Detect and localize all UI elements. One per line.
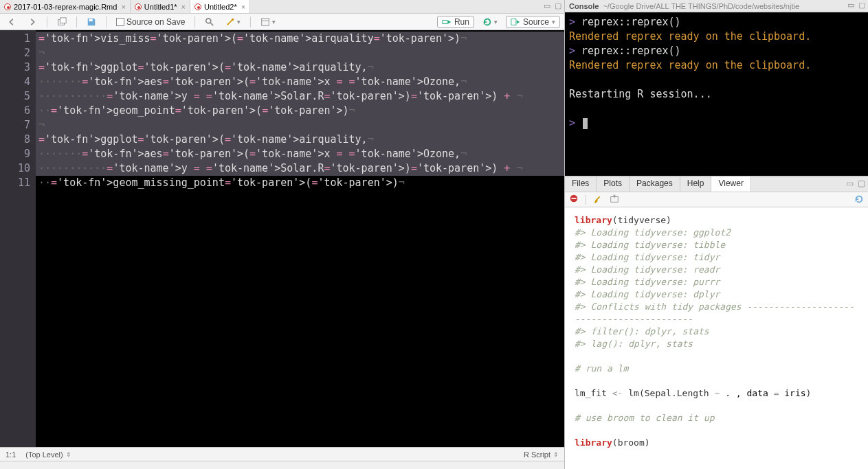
editor-tab[interactable]: 2017-01-03-reprex-magic.Rmd× xyxy=(0,0,131,13)
console-header: Console ~/Google Drive/ALL THE THINGS/Ph… xyxy=(565,0,868,12)
viewer-line: #> Loading tidyverse: ggplot2 xyxy=(575,227,858,239)
scope-selector[interactable]: (Top Level) ⇕ xyxy=(25,450,71,459)
viewer-line: ---------------------- xyxy=(575,313,858,325)
file-icon xyxy=(194,3,201,10)
viewer-line: # use broom to clean it up xyxy=(575,412,858,424)
svg-point-3 xyxy=(206,18,211,23)
find-icon[interactable] xyxy=(202,16,217,27)
back-icon[interactable] xyxy=(4,16,19,27)
viewer-pane[interactable]: library(tidyverse)#> Loading tidyverse: … xyxy=(565,207,868,469)
rerun-icon[interactable]: ▾ xyxy=(480,16,500,27)
code-line[interactable]: ¬ xyxy=(36,118,564,133)
code-editor[interactable]: 1234567891011 ='tok-fn'>vis_miss='tok-pa… xyxy=(0,30,564,447)
minimize-panel-icon[interactable]: ▭ xyxy=(846,179,854,188)
svg-line-4 xyxy=(210,22,213,25)
viewer-line: library(tidyverse) xyxy=(575,214,858,227)
maximize-pane-icon[interactable]: ▢ xyxy=(555,1,561,10)
svg-rect-12 xyxy=(572,198,577,199)
run-label: Run xyxy=(454,17,469,27)
console-line: Rendered reprex ready on the clipboard. xyxy=(569,58,864,73)
minimize-pane-icon[interactable]: ▭ xyxy=(544,1,550,10)
cursor-position: 1:1 xyxy=(5,450,16,459)
source-on-save-checkbox[interactable]: Source on Save xyxy=(113,16,188,27)
code-line[interactable]: ='tok-fn'>ggplot='tok-paren'>(='tok-name… xyxy=(36,60,564,75)
viewer-line xyxy=(575,375,858,387)
console-title: Console xyxy=(569,2,599,10)
close-icon[interactable]: × xyxy=(181,3,186,11)
console-path: ~/Google Drive/ALL THE THINGS/PhD/code/w… xyxy=(603,2,799,10)
viewer-line: # run a lm xyxy=(575,363,858,375)
editor-tab[interactable]: Untitled2*× xyxy=(190,0,250,13)
code-line[interactable]: ···········='tok-name'>y = ='tok-name'>S… xyxy=(36,161,564,176)
console-line: > reprex::reprex() xyxy=(569,15,864,30)
maximize-panel-icon[interactable]: ▢ xyxy=(858,179,865,188)
viewer-line: #> Loading tidyverse: readr xyxy=(575,264,858,276)
bottom-spacer xyxy=(0,461,564,469)
file-icon xyxy=(135,3,142,10)
save-icon[interactable] xyxy=(84,16,99,27)
code-line[interactable]: ··='tok-fn'>geom_point='tok-paren'>(='to… xyxy=(36,104,564,118)
console-line: Restarting R session... xyxy=(569,87,864,102)
viewer-line: library(broom) xyxy=(575,437,858,449)
code-line[interactable]: ··='tok-fn'>geom_missing_point='tok-pare… xyxy=(36,176,564,190)
viewer-line: lm_fit <- lm(Sepal.Length ~ . , data = i… xyxy=(575,387,858,400)
panel-tab-help[interactable]: Help xyxy=(680,176,712,192)
source-label: Source xyxy=(523,17,549,27)
viewer-line: #> Loading tidyverse: purrr xyxy=(575,276,858,288)
console-line: > reprex::reprex() xyxy=(569,44,864,58)
close-icon[interactable]: × xyxy=(121,3,125,11)
export-icon[interactable] xyxy=(610,194,619,205)
panel-tab-viewer[interactable]: Viewer xyxy=(711,176,750,192)
svg-rect-7 xyxy=(262,18,269,25)
code-line[interactable]: ·······='tok-fn'>aes='tok-paren'>(='tok-… xyxy=(36,147,564,161)
editor-status-bar: 1:1 (Top Level) ⇕ R Script ⇕ xyxy=(0,447,564,461)
panel-tab-plots[interactable]: Plots xyxy=(597,176,630,192)
source-button[interactable]: Source ▾ xyxy=(506,16,560,28)
notebook-icon[interactable]: ▾ xyxy=(258,16,278,27)
viewer-line xyxy=(575,400,858,412)
show-in-new-window-icon[interactable] xyxy=(54,16,69,27)
forward-icon[interactable] xyxy=(25,16,40,27)
viewer-line: #> Conflicts with tidy packages --------… xyxy=(575,301,858,313)
svg-rect-2 xyxy=(89,19,93,21)
wand-icon[interactable]: ▾ xyxy=(223,16,243,27)
viewer-line: #> filter(): dplyr, stats xyxy=(575,325,858,338)
minimize-console-icon[interactable]: ▭ xyxy=(847,1,854,10)
tab-label: Untitled1* xyxy=(144,3,177,11)
svg-rect-1 xyxy=(60,17,66,23)
refresh-icon[interactable] xyxy=(854,194,864,206)
viewer-line: #> Loading tidyverse: dplyr xyxy=(575,288,858,301)
viewer-line: #> Loading tidyverse: tidyr xyxy=(575,251,858,264)
language-selector[interactable]: R Script ⇕ xyxy=(524,450,559,459)
source-on-save-label: Source on Save xyxy=(126,17,185,27)
viewer-toolbar xyxy=(565,192,868,207)
editor-tab[interactable]: Untitled1*× xyxy=(131,0,190,13)
console-line xyxy=(569,73,864,87)
file-icon xyxy=(4,3,11,10)
code-line[interactable]: ·······='tok-fn'>aes='tok-paren'>(='tok-… xyxy=(36,75,564,89)
console-line: Rendered reprex ready on the clipboard. xyxy=(569,30,864,44)
panel-tab-files[interactable]: Files xyxy=(565,176,597,192)
close-icon[interactable]: × xyxy=(241,3,245,11)
code-line[interactable]: ¬ xyxy=(36,46,564,60)
viewer-line: #> Loading tidyverse: tibble xyxy=(575,239,858,251)
code-line[interactable]: ='tok-fn'>vis_miss='tok-paren'>(='tok-na… xyxy=(36,32,564,46)
maximize-console-icon[interactable]: ▢ xyxy=(858,1,865,10)
panel-tab-packages[interactable]: Packages xyxy=(630,176,680,192)
code-line[interactable]: ···········='tok-name'>y = ='tok-name'>S… xyxy=(36,89,564,104)
broom-icon[interactable] xyxy=(593,194,603,205)
editor-toolbar: Source on Save ▾ ▾ Run ▾ Source ▾ xyxy=(0,14,564,30)
panel-tab-bar: FilesPlotsPackagesHelpViewer ▭ ▢ xyxy=(565,176,868,192)
console-line xyxy=(569,102,864,116)
code-line[interactable]: ='tok-fn'>ggplot='tok-paren'>(='tok-name… xyxy=(36,133,564,147)
svg-point-6 xyxy=(232,18,234,21)
clear-viewer-icon[interactable] xyxy=(569,194,579,205)
tab-label: Untitled2* xyxy=(204,3,237,11)
console-line: > xyxy=(569,116,864,130)
run-button[interactable]: Run xyxy=(437,16,474,28)
viewer-line: #> lag(): dplyr, stats xyxy=(575,338,858,350)
viewer-line xyxy=(575,424,858,437)
viewer-line xyxy=(575,350,858,363)
console[interactable]: > reprex::reprex()Rendered reprex ready … xyxy=(565,12,868,176)
svg-rect-10 xyxy=(511,19,516,25)
